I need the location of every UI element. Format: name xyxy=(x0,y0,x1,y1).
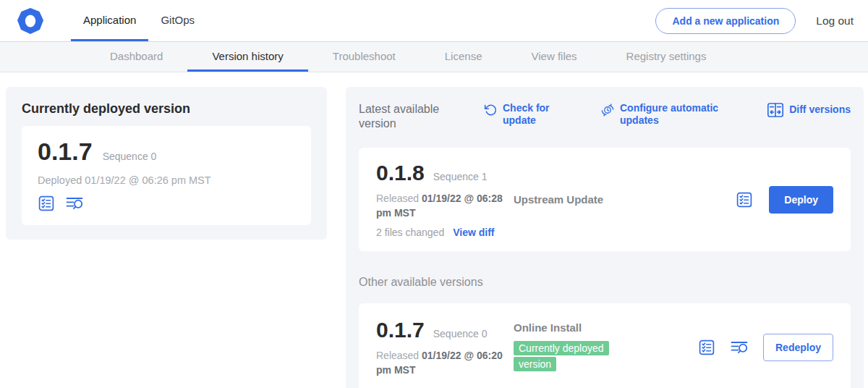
top-header: Application GitOps Add a new application… xyxy=(0,0,868,41)
redeploy-button[interactable]: Redeploy xyxy=(763,334,833,361)
other-version-number: 0.1.7 xyxy=(376,318,425,342)
subnav-view-files[interactable]: View files xyxy=(506,42,601,72)
diff-versions-label: Diff versions xyxy=(789,104,851,116)
files-changed-count: 2 files changed xyxy=(376,227,444,238)
subnav-license-label: License xyxy=(445,50,482,62)
view-diff-link[interactable]: View diff xyxy=(453,227,494,238)
subnav-dashboard-label: Dashboard xyxy=(110,50,163,62)
view-logs-icon[interactable] xyxy=(65,195,84,212)
released-prefix: Released xyxy=(376,350,419,361)
latest-version-card: 0.1.8 Sequence 1 Released 01/19/22 @ 06:… xyxy=(359,148,851,251)
latest-version-source: Upstream Update xyxy=(514,193,662,206)
currently-deployed-badge: Currently deployed version xyxy=(514,341,609,371)
latest-version-actions: Deploy xyxy=(736,186,833,214)
other-available-versions-heading: Other available versions xyxy=(359,276,851,289)
other-version-info: 0.1.7 Sequence 0 Released 01/19/22 @ 06:… xyxy=(376,318,514,377)
view-logs-icon[interactable] xyxy=(730,339,749,356)
subnav-version-history-label: Version history xyxy=(212,50,283,62)
currently-deployed-panel: Currently deployed version 0.1.7 Sequenc… xyxy=(6,87,327,240)
deployed-version-card: 0.1.7 Sequence 0 Deployed 01/19/22 @ 06:… xyxy=(22,126,311,225)
clock-refresh-icon xyxy=(600,103,615,117)
latest-released-timestamp: Released 01/19/22 @ 06:28 pm MST xyxy=(376,192,514,220)
latest-version-info: 0.1.8 Sequence 1 Released 01/19/22 @ 06:… xyxy=(376,161,514,238)
available-versions-panel: Latest available version Check for updat… xyxy=(346,87,864,388)
deployed-sequence: Sequence 0 xyxy=(103,151,157,162)
check-for-update-label: Check for update xyxy=(503,102,556,127)
deployed-timestamp: Deployed 01/19/22 @ 06:26 pm MST xyxy=(38,174,295,186)
latest-sequence: Sequence 1 xyxy=(433,171,488,182)
add-application-button[interactable]: Add a new application xyxy=(655,8,796,34)
refresh-icon xyxy=(483,103,498,117)
latest-available-title: Latest available version xyxy=(359,102,454,132)
split-diff-icon xyxy=(767,102,784,118)
subnav-dashboard[interactable]: Dashboard xyxy=(85,42,187,72)
tab-application-label: Application xyxy=(83,14,136,26)
preflight-checklist-icon[interactable] xyxy=(698,339,715,356)
other-released-timestamp: Released 01/19/22 @ 06:20 pm MST xyxy=(376,349,514,377)
tab-gitops[interactable]: GitOps xyxy=(148,0,207,41)
subnav-view-files-label: View files xyxy=(531,50,576,62)
subnav-registry-settings-label: Registry settings xyxy=(626,50,707,62)
preflight-checklist-icon[interactable] xyxy=(38,195,55,212)
subnav-troubleshoot[interactable]: Troubleshoot xyxy=(308,42,420,72)
main-content: Currently deployed version 0.1.7 Sequenc… xyxy=(0,72,868,388)
deployed-version-number: 0.1.7 xyxy=(38,138,93,166)
tab-gitops-label: GitOps xyxy=(161,14,195,26)
subnav-license[interactable]: License xyxy=(420,42,507,72)
subnav-version-history[interactable]: Version history xyxy=(187,42,307,72)
subnav-registry-settings[interactable]: Registry settings xyxy=(602,42,731,72)
header-right: Add a new application Log out xyxy=(655,0,854,41)
available-panel-header: Latest available version Check for updat… xyxy=(359,100,851,132)
latest-version-number: 0.1.8 xyxy=(376,161,425,185)
deployed-panel-title: Currently deployed version xyxy=(22,101,311,117)
other-version-source-block: Online Install Currently deployed versio… xyxy=(514,321,662,372)
other-version-source: Online Install xyxy=(514,321,662,334)
released-prefix: Released xyxy=(376,193,419,204)
other-version-card: 0.1.7 Sequence 0 Released 01/19/22 @ 06:… xyxy=(359,303,851,388)
deploy-button[interactable]: Deploy xyxy=(769,186,833,214)
other-version-actions: Redeploy xyxy=(698,334,833,361)
tab-application[interactable]: Application xyxy=(71,0,148,41)
configure-automatic-updates-link[interactable]: Configure automatic updates xyxy=(600,102,725,127)
app-logo-icon xyxy=(16,7,45,35)
preflight-checklist-icon[interactable] xyxy=(736,191,753,208)
check-for-update-link[interactable]: Check for update xyxy=(483,102,556,127)
logout-link[interactable]: Log out xyxy=(816,14,854,28)
other-sequence: Sequence 0 xyxy=(433,328,488,340)
app-subnav: Dashboard Version history Troubleshoot L… xyxy=(0,41,868,72)
configure-automatic-updates-label: Configure automatic updates xyxy=(620,102,725,127)
deployed-badge-wrap: Currently deployed version xyxy=(514,340,624,372)
diff-versions-link[interactable]: Diff versions xyxy=(767,102,851,118)
subnav-troubleshoot-label: Troubleshoot xyxy=(333,50,396,62)
